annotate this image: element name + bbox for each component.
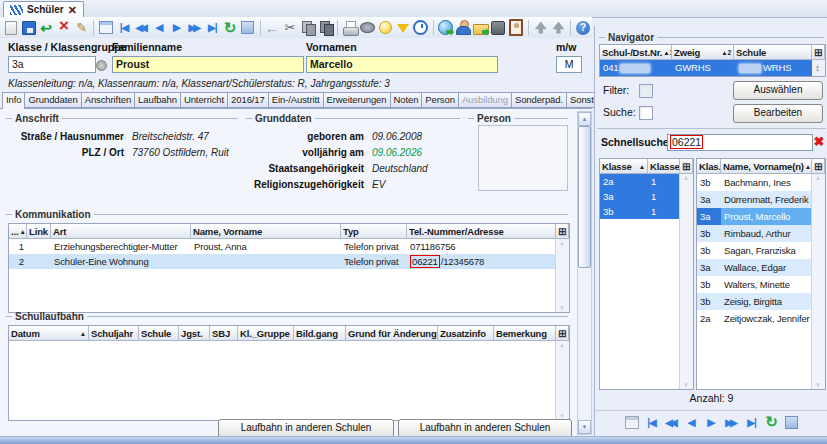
field-chooser-icon[interactable]: ⊞ (812, 159, 825, 174)
field-chooser-icon[interactable]: ⊞ (556, 326, 569, 341)
field-chooser-icon[interactable]: ⊞ (680, 159, 693, 174)
form-window-icon[interactable] (97, 18, 115, 37)
field-chooser-icon[interactable]: ⊞ (812, 45, 825, 60)
tab-noten[interactable]: Noten (391, 92, 423, 108)
kommunikation-row[interactable]: 2Schüler-Eine WohnungTelefon privat06221… (9, 254, 556, 269)
first-icon[interactable] (642, 413, 661, 432)
column-header[interactable]: Kl._Gruppe (238, 326, 294, 341)
filter-icon[interactable] (394, 18, 412, 37)
column-header[interactable]: Bild.gang (294, 326, 346, 341)
column-header[interactable]: Datum▲ (9, 326, 89, 341)
column-header[interactable]: Schuljahr (89, 326, 139, 341)
tab-sonderp-d-[interactable]: Sonderpäd. (512, 92, 567, 108)
next-icon[interactable] (168, 18, 186, 37)
prev-fast-icon[interactable] (133, 18, 151, 37)
new-document-icon[interactable] (2, 18, 20, 37)
next-fast-icon[interactable] (722, 413, 741, 432)
tab-ein-austritt[interactable]: Ein-/Austritt (269, 92, 324, 108)
klasse-row[interactable]: 2a1 (600, 174, 680, 189)
tab-ausbildung[interactable]: Ausbildung (459, 92, 512, 108)
column-header[interactable]: Jgst. (179, 326, 210, 341)
column-header[interactable]: ...▲ (9, 224, 27, 239)
history-forward-icon[interactable] (550, 18, 568, 37)
schueler-scrollbar[interactable] (811, 174, 825, 389)
column-header[interactable]: Schule (734, 45, 812, 60)
schueler-row[interactable]: 3bZeisig, Birgitta (697, 293, 812, 310)
schueler-row[interactable]: 3aDürrenmatt, Frederik (697, 191, 812, 208)
schueler-row[interactable]: 3bSagan, Franziska (697, 242, 812, 259)
id-card-icon[interactable] (507, 18, 525, 37)
next-icon[interactable] (702, 413, 721, 432)
tab-2016-17[interactable]: 2016/17 (228, 92, 269, 108)
klasse-input[interactable]: 3a (8, 56, 96, 73)
vornamen-input[interactable]: Marcello (306, 56, 498, 73)
familienname-input[interactable]: Proust (112, 56, 304, 73)
column-header[interactable]: Klasse▲ (600, 159, 648, 174)
navigator-row[interactable]: 041 GWRHS WRHS (600, 60, 825, 76)
schueler-row[interactable]: 3bBachmann, Ines (697, 174, 812, 191)
prev-icon[interactable] (150, 18, 168, 37)
edit-icon[interactable] (73, 18, 91, 37)
help-icon[interactable] (574, 18, 592, 37)
last-icon[interactable] (204, 18, 222, 37)
preview-icon[interactable] (359, 18, 377, 37)
schueler-row[interactable]: 3aWallace, Edgar (697, 259, 812, 276)
column-header[interactable]: Klasse... (648, 159, 680, 174)
kommunikation-row[interactable]: 1Erziehungsberechtigter-MutterProust, An… (9, 239, 556, 254)
klasse-scrollbar[interactable] (679, 174, 693, 389)
history-back-icon[interactable] (532, 18, 550, 37)
scroll-down-icon[interactable]: ▼ (578, 420, 591, 434)
field-chooser-icon[interactable]: ⊞ (556, 224, 569, 239)
column-header[interactable]: Schule (139, 326, 179, 341)
notes-icon[interactable] (490, 18, 508, 37)
bearbeiten-button[interactable]: Bearbeiten (733, 104, 823, 123)
save-icon[interactable] (20, 18, 38, 37)
column-header[interactable]: Zweig▲2 (672, 45, 734, 60)
next-fast-icon[interactable] (186, 18, 204, 37)
close-icon[interactable]: ✕ (68, 5, 77, 15)
back-arrow-icon[interactable] (264, 18, 282, 37)
schueler-row[interactable]: 3aProust, Marcello (697, 208, 812, 225)
suche-checkbox[interactable] (639, 106, 653, 120)
tab-anschriften[interactable]: Anschriften (82, 92, 135, 108)
clock-icon[interactable] (412, 18, 430, 37)
prev-fast-icon[interactable] (662, 413, 681, 432)
copy-icon[interactable] (299, 18, 317, 37)
column-header[interactable]: Klas... (697, 159, 721, 174)
clear-search-icon[interactable]: ✖ (811, 134, 827, 150)
scroll-up-icon[interactable]: ▲ (578, 112, 591, 126)
document-tab-schueler[interactable]: Schüler ✕ (3, 1, 84, 17)
filter-checkbox[interactable] (639, 84, 653, 98)
tab-unterricht[interactable]: Unterricht (181, 92, 228, 108)
column-header[interactable]: Link (27, 224, 51, 239)
stop-icon[interactable] (782, 413, 801, 432)
column-header[interactable]: Name, Vorname(n)▲ (721, 159, 812, 174)
form-window-icon[interactable] (622, 413, 641, 432)
paste-icon[interactable] (317, 18, 335, 37)
first-icon[interactable] (115, 18, 133, 37)
schueler-row[interactable]: 2aZeitjowczak, Jennifer (697, 310, 812, 327)
column-header[interactable]: Zusatzinfo (438, 326, 494, 341)
schullaufbahn-scrollbar[interactable] (555, 341, 569, 420)
row-spinner[interactable] (812, 60, 825, 76)
column-header[interactable]: Name, Vorname (191, 224, 341, 239)
export-globe-icon[interactable] (437, 18, 455, 37)
tab-person[interactable]: Person (422, 92, 459, 108)
cut-icon[interactable] (281, 18, 299, 37)
auswaehlen-button[interactable]: Auswählen (733, 81, 823, 100)
user-icon[interactable] (454, 18, 472, 37)
column-header[interactable]: Tel.-Nummer/Adresse (407, 224, 556, 239)
scroll-thumb[interactable] (578, 126, 591, 268)
tab-laufbahn[interactable]: Laufbahn (135, 92, 181, 108)
tab-info[interactable]: Info (2, 92, 25, 109)
column-header[interactable]: SBJ (210, 326, 238, 341)
schnellsuche-input[interactable]: 06221 (667, 134, 813, 151)
refresh-icon[interactable] (221, 18, 239, 37)
schueler-row[interactable]: 3bRimbaud, Arthur (697, 225, 812, 242)
export-folder-icon[interactable] (472, 18, 490, 37)
delete-icon[interactable] (55, 18, 73, 37)
column-header[interactable]: Art (51, 224, 191, 239)
last-icon[interactable] (742, 413, 761, 432)
hint-icon[interactable] (377, 18, 395, 37)
schueler-row[interactable]: 3bWalters, Minette (697, 276, 812, 293)
